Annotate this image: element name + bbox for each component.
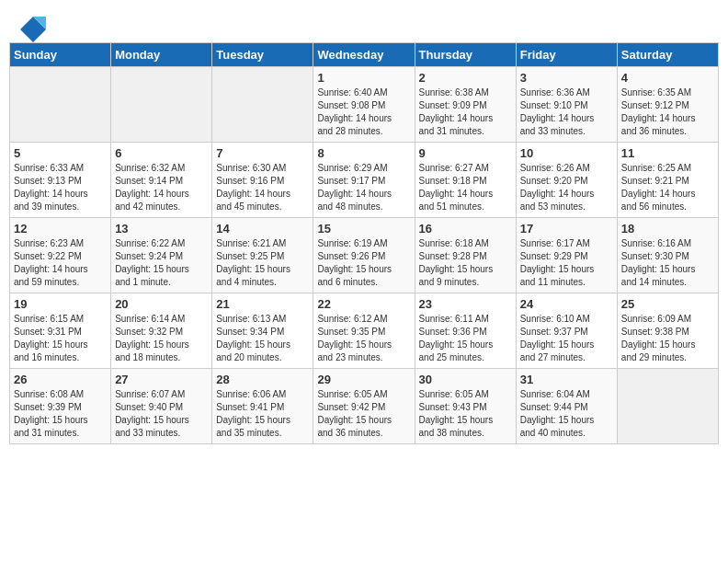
day-info: Sunrise: 6:08 AM Sunset: 9:39 PM Dayligh… <box>14 388 107 440</box>
calendar-week-row: 1Sunrise: 6:40 AM Sunset: 9:08 PM Daylig… <box>10 67 719 143</box>
day-info: Sunrise: 6:29 AM Sunset: 9:17 PM Dayligh… <box>317 162 410 213</box>
day-number: 1 <box>317 71 410 85</box>
calendar-table: SundayMondayTuesdayWednesdayThursdayFrid… <box>9 42 719 444</box>
day-number: 4 <box>621 71 714 85</box>
day-number: 22 <box>317 297 410 311</box>
calendar-cell: 25Sunrise: 6:09 AM Sunset: 9:38 PM Dayli… <box>617 293 718 369</box>
calendar-cell <box>617 369 718 444</box>
day-number: 19 <box>14 297 107 311</box>
day-number: 14 <box>216 222 309 236</box>
calendar-cell: 1Sunrise: 6:40 AM Sunset: 9:08 PM Daylig… <box>313 67 415 143</box>
calendar-week-row: 5Sunrise: 6:33 AM Sunset: 9:13 PM Daylig… <box>10 143 719 218</box>
calendar-cell: 22Sunrise: 6:12 AM Sunset: 9:35 PM Dayli… <box>313 293 415 369</box>
day-number: 2 <box>419 71 512 85</box>
calendar-cell <box>10 67 111 143</box>
day-info: Sunrise: 6:12 AM Sunset: 9:35 PM Dayligh… <box>317 313 410 364</box>
day-info: Sunrise: 6:33 AM Sunset: 9:13 PM Dayligh… <box>14 162 107 213</box>
calendar-cell: 12Sunrise: 6:23 AM Sunset: 9:22 PM Dayli… <box>10 218 111 293</box>
calendar-week-row: 26Sunrise: 6:08 AM Sunset: 9:39 PM Dayli… <box>10 369 719 444</box>
day-number: 7 <box>216 146 309 160</box>
day-info: Sunrise: 6:38 AM Sunset: 9:09 PM Dayligh… <box>419 86 512 138</box>
day-info: Sunrise: 6:04 AM Sunset: 9:44 PM Dayligh… <box>520 388 613 440</box>
day-header-saturday: Saturday <box>617 43 718 67</box>
day-number: 16 <box>419 222 512 236</box>
day-number: 8 <box>317 146 410 160</box>
day-info: Sunrise: 6:19 AM Sunset: 9:26 PM Dayligh… <box>317 237 410 289</box>
day-info: Sunrise: 6:27 AM Sunset: 9:18 PM Dayligh… <box>419 162 512 213</box>
day-info: Sunrise: 6:18 AM Sunset: 9:28 PM Dayligh… <box>419 237 512 289</box>
calendar-cell: 16Sunrise: 6:18 AM Sunset: 9:28 PM Dayli… <box>415 218 516 293</box>
day-info: Sunrise: 6:36 AM Sunset: 9:10 PM Dayligh… <box>520 86 613 138</box>
calendar-cell: 20Sunrise: 6:14 AM Sunset: 9:32 PM Dayli… <box>111 293 212 369</box>
calendar-cell: 30Sunrise: 6:05 AM Sunset: 9:43 PM Dayli… <box>415 369 516 444</box>
calendar-cell: 3Sunrise: 6:36 AM Sunset: 9:10 PM Daylig… <box>516 67 617 143</box>
day-header-tuesday: Tuesday <box>212 43 313 67</box>
calendar-cell: 13Sunrise: 6:22 AM Sunset: 9:24 PM Dayli… <box>111 218 212 293</box>
calendar-cell: 17Sunrise: 6:17 AM Sunset: 9:29 PM Dayli… <box>516 218 617 293</box>
calendar-cell: 18Sunrise: 6:16 AM Sunset: 9:30 PM Dayli… <box>617 218 718 293</box>
day-number: 15 <box>317 222 410 236</box>
calendar-cell: 5Sunrise: 6:33 AM Sunset: 9:13 PM Daylig… <box>10 143 111 218</box>
day-info: Sunrise: 6:35 AM Sunset: 9:12 PM Dayligh… <box>621 86 714 138</box>
day-info: Sunrise: 6:05 AM Sunset: 9:43 PM Dayligh… <box>419 388 512 440</box>
calendar-cell: 24Sunrise: 6:10 AM Sunset: 9:37 PM Dayli… <box>516 293 617 369</box>
calendar-week-row: 12Sunrise: 6:23 AM Sunset: 9:22 PM Dayli… <box>10 218 719 293</box>
day-info: Sunrise: 6:13 AM Sunset: 9:34 PM Dayligh… <box>216 313 309 364</box>
day-info: Sunrise: 6:32 AM Sunset: 9:14 PM Dayligh… <box>115 162 208 213</box>
day-info: Sunrise: 6:09 AM Sunset: 9:38 PM Dayligh… <box>621 313 714 364</box>
calendar-week-row: 19Sunrise: 6:15 AM Sunset: 9:31 PM Dayli… <box>10 293 719 369</box>
calendar-cell: 19Sunrise: 6:15 AM Sunset: 9:31 PM Dayli… <box>10 293 111 369</box>
day-number: 23 <box>419 297 512 311</box>
day-header-wednesday: Wednesday <box>313 43 415 67</box>
calendar-cell: 21Sunrise: 6:13 AM Sunset: 9:34 PM Dayli… <box>212 293 313 369</box>
day-info: Sunrise: 6:26 AM Sunset: 9:20 PM Dayligh… <box>520 162 613 213</box>
calendar-cell: 27Sunrise: 6:07 AM Sunset: 9:40 PM Dayli… <box>111 369 212 444</box>
calendar-cell <box>212 67 313 143</box>
calendar-cell: 23Sunrise: 6:11 AM Sunset: 9:36 PM Dayli… <box>415 293 516 369</box>
logo-icon <box>20 17 46 42</box>
day-info: Sunrise: 6:17 AM Sunset: 9:29 PM Dayligh… <box>520 237 613 289</box>
day-number: 11 <box>621 146 714 160</box>
day-number: 28 <box>216 373 309 386</box>
day-header-monday: Monday <box>111 43 212 67</box>
day-number: 3 <box>520 71 613 85</box>
day-info: Sunrise: 6:06 AM Sunset: 9:41 PM Dayligh… <box>216 388 309 440</box>
day-header-friday: Friday <box>516 43 617 67</box>
calendar-cell: 2Sunrise: 6:38 AM Sunset: 9:09 PM Daylig… <box>415 67 516 143</box>
logo <box>18 17 46 35</box>
calendar-cell: 15Sunrise: 6:19 AM Sunset: 9:26 PM Dayli… <box>313 218 415 293</box>
day-number: 29 <box>317 373 410 386</box>
day-number: 27 <box>115 373 208 386</box>
page-header <box>9 9 719 39</box>
day-info: Sunrise: 6:40 AM Sunset: 9:08 PM Dayligh… <box>317 86 410 138</box>
day-info: Sunrise: 6:07 AM Sunset: 9:40 PM Dayligh… <box>115 388 208 440</box>
calendar-cell: 11Sunrise: 6:25 AM Sunset: 9:21 PM Dayli… <box>617 143 718 218</box>
day-number: 25 <box>621 297 714 311</box>
day-info: Sunrise: 6:30 AM Sunset: 9:16 PM Dayligh… <box>216 162 309 213</box>
calendar-cell: 8Sunrise: 6:29 AM Sunset: 9:17 PM Daylig… <box>313 143 415 218</box>
calendar-cell: 9Sunrise: 6:27 AM Sunset: 9:18 PM Daylig… <box>415 143 516 218</box>
calendar-cell: 10Sunrise: 6:26 AM Sunset: 9:20 PM Dayli… <box>516 143 617 218</box>
calendar-cell: 7Sunrise: 6:30 AM Sunset: 9:16 PM Daylig… <box>212 143 313 218</box>
calendar-cell: 28Sunrise: 6:06 AM Sunset: 9:41 PM Dayli… <box>212 369 313 444</box>
calendar-header-row: SundayMondayTuesdayWednesdayThursdayFrid… <box>10 43 719 67</box>
day-number: 21 <box>216 297 309 311</box>
day-number: 30 <box>419 373 512 386</box>
day-number: 6 <box>115 146 208 160</box>
day-info: Sunrise: 6:23 AM Sunset: 9:22 PM Dayligh… <box>14 237 107 289</box>
day-number: 10 <box>520 146 613 160</box>
day-number: 17 <box>520 222 613 236</box>
day-info: Sunrise: 6:10 AM Sunset: 9:37 PM Dayligh… <box>520 313 613 364</box>
day-info: Sunrise: 6:21 AM Sunset: 9:25 PM Dayligh… <box>216 237 309 289</box>
day-number: 31 <box>520 373 613 386</box>
day-number: 18 <box>621 222 714 236</box>
calendar-cell: 29Sunrise: 6:05 AM Sunset: 9:42 PM Dayli… <box>313 369 415 444</box>
day-info: Sunrise: 6:14 AM Sunset: 9:32 PM Dayligh… <box>115 313 208 364</box>
day-number: 13 <box>115 222 208 236</box>
day-info: Sunrise: 6:05 AM Sunset: 9:42 PM Dayligh… <box>317 388 410 440</box>
calendar-cell: 26Sunrise: 6:08 AM Sunset: 9:39 PM Dayli… <box>10 369 111 444</box>
day-header-thursday: Thursday <box>415 43 516 67</box>
calendar-cell: 6Sunrise: 6:32 AM Sunset: 9:14 PM Daylig… <box>111 143 212 218</box>
calendar-cell: 4Sunrise: 6:35 AM Sunset: 9:12 PM Daylig… <box>617 67 718 143</box>
day-number: 5 <box>14 146 107 160</box>
